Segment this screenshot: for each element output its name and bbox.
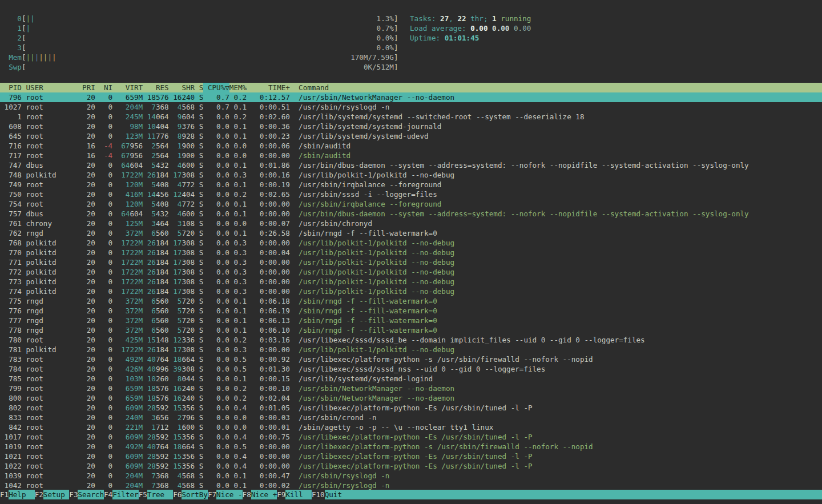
process-row-1[interactable]: 1 root200245M140649604S0.00.20:02.60 /us… xyxy=(0,112,822,122)
fkey-nice[interactable]: F8Nice + xyxy=(243,490,277,499)
process-row-1027[interactable]: 1027 root200204M73684568S0.70.10:00.51 /… xyxy=(0,102,822,112)
shr-cell: 15356 xyxy=(169,451,195,461)
process-row-1019[interactable]: 1019 root200492M4076418664S0.00.50:00.00… xyxy=(0,442,822,451)
process-row-747[interactable]: 747 dbus2006460454324600S0.00.10:01.86 /… xyxy=(0,160,822,170)
cmd-cell: /sbin/rngd -f --fill-watermark=0 xyxy=(299,306,437,316)
res-cell: 7368 xyxy=(143,481,168,490)
column-header-pid[interactable]: PID xyxy=(0,83,22,92)
column-header-cmd[interactable]: Command xyxy=(299,83,329,92)
s-cell: S xyxy=(195,296,203,306)
process-row-773[interactable]: 773 polkitd2001722M2618417308S0.00.30:00… xyxy=(0,277,822,287)
process-row-777[interactable]: 777 rngd200372M65605720S0.00.10:06.13 /s… xyxy=(0,316,822,325)
cpu-cell: 0.0 xyxy=(203,209,229,219)
process-row-833[interactable]: 833 root200240M36562796S0.00.00:00.03 /u… xyxy=(0,413,822,422)
res-cell: 6560 xyxy=(143,296,168,306)
process-row-762[interactable]: 762 rngd200372M65605720S0.00.10:26.58 /s… xyxy=(0,228,822,238)
process-row-608[interactable]: 608 root20098M104049376S0.00.10:00.36 /u… xyxy=(0,122,822,131)
process-row-770[interactable]: 770 polkitd2001722M2618417308S0.00.30:00… xyxy=(0,248,822,257)
pid-cell: 757 xyxy=(0,209,22,219)
fkey-search[interactable]: F3Search xyxy=(69,490,104,499)
process-row-800[interactable]: 800 root200659M1857616240S0.00.20:02.04 … xyxy=(0,393,822,403)
process-row-784[interactable]: 784 root200426M4099639308S0.00.50:01.30 … xyxy=(0,364,822,374)
fkey-filter[interactable]: F4Filter xyxy=(104,490,139,499)
shr-cell: 4568 xyxy=(169,481,195,490)
s-cell: S xyxy=(195,471,203,481)
cpu-cell: 0.0 xyxy=(203,335,229,345)
process-row-761[interactable]: 761 chrony200125M34643108S0.00.00:00.07 … xyxy=(0,219,822,228)
column-header-cpu[interactable]: CPU%▽ xyxy=(203,83,229,92)
column-header-pri[interactable]: PRI xyxy=(69,83,95,92)
cpu-cell: 0.0 xyxy=(203,248,229,257)
fkey-setup[interactable]: F2Setup xyxy=(35,490,70,499)
s-cell: S xyxy=(195,112,203,122)
res-cell: 28592 xyxy=(143,451,168,461)
column-header-mem[interactable]: MEM% xyxy=(229,83,247,92)
pid-cell: 777 xyxy=(0,316,22,325)
time-cell: 0:12.57 xyxy=(247,92,290,102)
column-header-virt[interactable]: VIRT xyxy=(112,83,143,92)
cmd-cell: /usr/sbin/crond -n xyxy=(299,413,376,422)
fkey-nice[interactable]: F7Nice - xyxy=(208,490,243,499)
cmd-cell: /usr/libexec/platform-python -s /usr/sbi… xyxy=(299,354,593,364)
process-row-1022[interactable]: 1022 root200609M2859215356S0.00.40:00.00… xyxy=(0,461,822,471)
process-row-772[interactable]: 772 polkitd2001722M2618417308S0.00.30:00… xyxy=(0,267,822,277)
process-row-768[interactable]: 768 polkitd2001722M2618417308S0.00.30:00… xyxy=(0,238,822,248)
fkey-tree[interactable]: F5Tree xyxy=(139,490,174,499)
process-row-757[interactable]: 757 dbus2006460454324600S0.00.10:00.00 /… xyxy=(0,209,822,219)
column-header-time[interactable]: TIME+ xyxy=(247,83,290,92)
process-row-717[interactable]: 717 root16-46795625641900S0.00.00:00.00 … xyxy=(0,151,822,160)
process-row-749[interactable]: 749 root200120M54084772S0.00.10:00.19 /u… xyxy=(0,180,822,189)
column-header-res[interactable]: RES xyxy=(143,83,168,92)
column-header-ni[interactable]: NI xyxy=(95,83,112,92)
pri-cell: 20 xyxy=(69,189,95,199)
column-header-shr[interactable]: SHR xyxy=(169,83,195,92)
process-row-750[interactable]: 750 root200416M1445612404S0.00.20:02.65 … xyxy=(0,189,822,199)
pri-cell: 20 xyxy=(69,471,95,481)
mem-cell: 0.3 xyxy=(229,287,247,296)
column-header-user[interactable]: USER xyxy=(26,83,70,92)
time-cell: 0:01.05 xyxy=(247,403,290,413)
fkey-help[interactable]: F1Help xyxy=(0,490,35,499)
column-header-s[interactable]: S xyxy=(195,83,203,92)
process-row-842[interactable]: 842 root200221M17121600S0.00.00:00.01 /s… xyxy=(0,422,822,432)
cmd-cell: /usr/sbin/irqbalance --foreground xyxy=(299,180,441,189)
process-row-1042[interactable]: 1042 root200204M73684568S0.00.10:00.02 /… xyxy=(0,481,822,490)
pid-cell: 785 xyxy=(0,374,22,384)
fkey-key-label: F9 xyxy=(277,490,285,499)
process-row-771[interactable]: 771 polkitd2001722M2618417308S0.00.30:00… xyxy=(0,257,822,267)
fkey-kill[interactable]: F9Kill xyxy=(277,490,312,499)
process-row-754[interactable]: 754 root200120M54084772S0.00.10:00.00 /u… xyxy=(0,199,822,209)
process-row-1021[interactable]: 1021 root200609M2859215356S0.00.40:00.00… xyxy=(0,451,822,461)
ni-cell: 0 xyxy=(95,306,112,316)
virt-cell: 609M xyxy=(112,403,143,413)
process-row-645[interactable]: 645 root200123M117768928S0.00.10:00.23 /… xyxy=(0,131,822,141)
s-cell: S xyxy=(195,228,203,238)
pid-cell: 1017 xyxy=(0,432,22,442)
process-row-776[interactable]: 776 rngd200372M65605720S0.00.10:06.19 /s… xyxy=(0,306,822,316)
res-cell: 26184 xyxy=(143,248,168,257)
process-row-785[interactable]: 785 root200103M102608044S0.00.10:00.15 /… xyxy=(0,374,822,384)
res-cell: 40764 xyxy=(143,354,168,364)
fkey-sortby[interactable]: F6SortBy xyxy=(173,490,208,499)
process-row-716[interactable]: 716 root16-46795625641900S0.00.00:00.06 … xyxy=(0,141,822,151)
time-cell: 0:00.00 xyxy=(247,287,290,296)
shr-cell: 8928 xyxy=(169,131,195,141)
fkey-quit[interactable]: F10Quit xyxy=(312,490,822,499)
process-row-1039[interactable]: 1039 root200204M73684568S0.00.10:00.47 /… xyxy=(0,471,822,481)
process-row-775[interactable]: 775 rngd200372M65605720S0.00.10:06.18 /s… xyxy=(0,296,822,306)
process-row-780[interactable]: 780 root200425M1514812336S0.00.20:03.16 … xyxy=(0,335,822,345)
ni-cell: 0 xyxy=(95,325,112,335)
process-row-796[interactable]: 796 root200659M1857616240S0.70.20:12.57 … xyxy=(0,92,822,102)
process-row-799[interactable]: 799 root200659M1857616240S0.00.20:00.10 … xyxy=(0,384,822,393)
process-row-802[interactable]: 802 root200609M2859215356S0.00.40:01.05 … xyxy=(0,403,822,413)
process-row-778[interactable]: 778 rngd200372M65605720S0.00.10:06.10 /s… xyxy=(0,325,822,335)
shr-cell: 15356 xyxy=(169,461,195,471)
mem-cell: 0.2 xyxy=(229,92,247,102)
cmd-cell: /usr/libexec/platform-python -s /usr/sbi… xyxy=(299,442,593,451)
process-row-783[interactable]: 783 root200492M4076418664S0.00.50:00.92 … xyxy=(0,354,822,364)
ni-cell: 0 xyxy=(95,354,112,364)
process-row-1017[interactable]: 1017 root200609M2859215356S0.00.40:00.75… xyxy=(0,432,822,442)
process-row-748[interactable]: 748 polkitd2001722M2618417308S0.00.30:00… xyxy=(0,170,822,180)
process-row-781[interactable]: 781 polkitd2001722M2618417308S0.00.30:00… xyxy=(0,345,822,354)
process-row-774[interactable]: 774 polkitd2001722M2618417308S0.00.30:00… xyxy=(0,287,822,296)
